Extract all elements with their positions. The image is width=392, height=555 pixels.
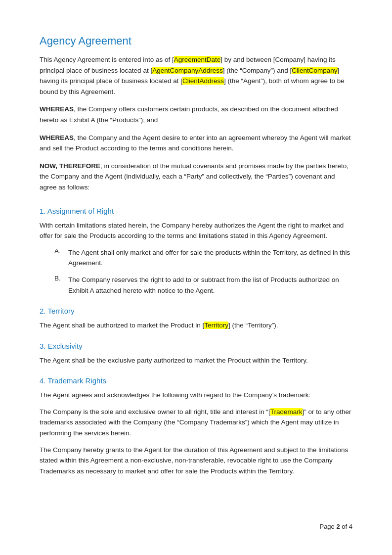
page-number-text-between: of xyxy=(340,523,349,530)
list-label-b: B. xyxy=(54,275,68,296)
document-title: Agency Agreement xyxy=(40,35,352,47)
section-4: 4. Trademark Rights The Agent agrees and… xyxy=(40,376,352,476)
whereas-text-1: , the Company offers customers certain p… xyxy=(40,105,338,124)
section-1-list-item-b: B. The Company reserves the right to add… xyxy=(40,275,352,296)
document-page: Agency Agreement This Agency Agreement i… xyxy=(0,0,392,555)
section-2: 2. Territory The Agent shall be authoriz… xyxy=(40,307,352,331)
section-3: 3. Exclusivity The Agent shall be the ex… xyxy=(40,342,352,366)
agreement-date-highlight: AgreementDate xyxy=(174,56,221,63)
section-4-para3: The Company hereby grants to the Agent f… xyxy=(40,445,352,477)
intro-text-after-address: ] (the “Company”) and [ xyxy=(223,67,292,74)
intro-paragraph: This Agency Agreement is entered into as… xyxy=(40,54,352,97)
list-label-a: A. xyxy=(54,247,68,269)
section-1-title: 1. Assignment of Right xyxy=(40,207,352,215)
section-1-body: With certain limitations stated herein, … xyxy=(40,220,352,241)
client-address-highlight: ClientAddress xyxy=(182,77,224,85)
section-1: 1. Assignment of Right With certain limi… xyxy=(40,207,352,296)
list-text-b: The Company reserves the right to add to… xyxy=(68,275,352,296)
page-number-text-before: Page xyxy=(319,523,336,530)
page-total: 4 xyxy=(349,523,352,530)
section-3-body: The Agent shall be the exclusive party a… xyxy=(40,355,352,366)
client-company-highlight: ClientCompany xyxy=(292,67,337,74)
section-2-title: 2. Territory xyxy=(40,307,352,315)
trademark-highlight: Trademark xyxy=(270,408,303,416)
section-1-list-item-a: A. The Agent shall only market and offer… xyxy=(40,247,352,269)
list-text-a: The Agent shall only market and offer fo… xyxy=(68,247,352,269)
section-3-title: 3. Exclusivity xyxy=(40,342,352,350)
section-2-body-before: The Agent shall be authorized to market … xyxy=(40,322,204,329)
whereas-block-1: WHEREAS, the Company offers customers ce… xyxy=(40,104,352,125)
section-2-body: The Agent shall be authorized to market … xyxy=(40,320,352,331)
section-4-body: The Agent agrees and acknowledges the fo… xyxy=(40,390,352,401)
whereas-bold-1: WHEREAS xyxy=(40,105,74,113)
now-therefore-bold: NOW, THEREFORE xyxy=(40,162,100,170)
whereas-bold-2: WHEREAS xyxy=(40,134,74,141)
agent-company-address-highlight: AgentCompanyAddress xyxy=(152,67,223,74)
section-4-para2: The Company is the sole and exclusive ow… xyxy=(40,407,352,439)
section-4-para2-before: The Company is the sole and exclusive ow… xyxy=(40,408,270,416)
territory-highlight: Territory xyxy=(204,322,228,329)
page-current: 2 xyxy=(336,523,340,530)
section-2-body-after: ] (the “Territory”). xyxy=(228,322,278,329)
whereas-block-2: WHEREAS, the Company and the Agent desir… xyxy=(40,133,352,154)
whereas-text-2: , the Company and the Agent desire to en… xyxy=(40,134,351,152)
intro-text-before-date: This Agency Agreement is entered into as… xyxy=(40,56,174,63)
section-4-title: 4. Trademark Rights xyxy=(40,376,352,385)
now-therefore-block: NOW, THEREFORE, in consideration of the … xyxy=(40,161,352,193)
page-number: Page 2 of 4 xyxy=(319,523,352,530)
